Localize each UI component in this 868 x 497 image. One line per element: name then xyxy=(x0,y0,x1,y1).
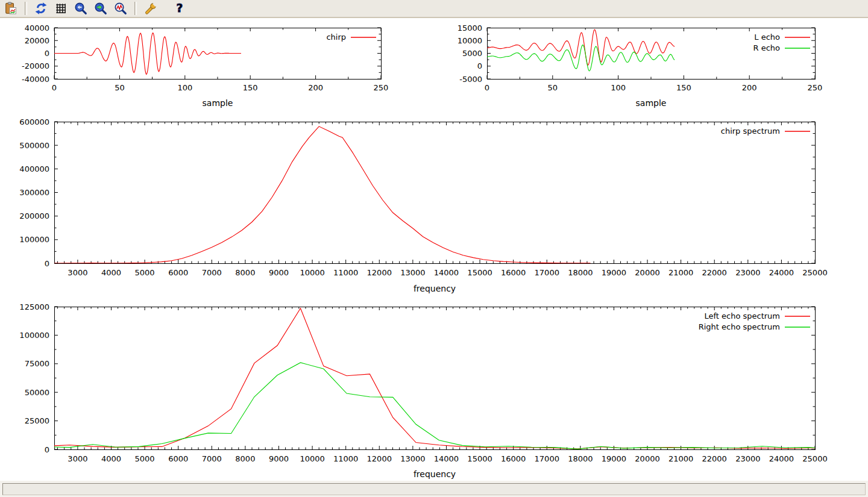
svg-text:50: 50 xyxy=(115,83,125,92)
svg-text:0: 0 xyxy=(52,83,57,92)
toggle-grid-button[interactable] xyxy=(53,1,69,16)
svg-text:0: 0 xyxy=(477,61,482,70)
svg-text:14000: 14000 xyxy=(434,454,459,463)
svg-text:200: 200 xyxy=(308,83,323,92)
svg-text:4000: 4000 xyxy=(101,268,121,277)
svg-text:chirp: chirp xyxy=(326,33,346,42)
chart-chirp-spectrum[interactable]: 3000400050006000700080009000100001100012… xyxy=(19,117,827,294)
svg-text:20000: 20000 xyxy=(635,268,659,277)
svg-text:250: 250 xyxy=(808,83,823,92)
svg-text:17000: 17000 xyxy=(535,268,559,277)
svg-text:18000: 18000 xyxy=(568,268,593,277)
svg-text:3000: 3000 xyxy=(68,454,87,463)
svg-text:sample: sample xyxy=(203,98,233,108)
svg-text:8000: 8000 xyxy=(235,454,255,463)
legend: chirp xyxy=(326,33,376,42)
svg-text:0: 0 xyxy=(485,83,489,92)
legend: Left echo spectrumRight echo spectrum xyxy=(699,311,810,331)
svg-text:17000: 17000 xyxy=(535,454,559,463)
series-chirp xyxy=(54,33,241,75)
svg-text:frequency: frequency xyxy=(414,469,456,479)
svg-text:8000: 8000 xyxy=(235,268,255,277)
legend: L echoR echo xyxy=(753,33,810,52)
svg-text:22000: 22000 xyxy=(702,454,727,463)
x-axis-label: frequency xyxy=(414,469,456,479)
svg-text:12000: 12000 xyxy=(367,454,392,463)
svg-text:24000: 24000 xyxy=(769,268,794,277)
chart-chirp-signal[interactable]: 050100150200250-40000-2000002000040000sa… xyxy=(22,23,388,108)
svg-text:150: 150 xyxy=(676,83,691,92)
svg-text:100000: 100000 xyxy=(19,331,49,340)
svg-text:200000: 200000 xyxy=(19,211,49,220)
svg-text:19000: 19000 xyxy=(602,268,626,277)
autoscale-button[interactable] xyxy=(113,1,128,16)
svg-text:25000: 25000 xyxy=(802,268,827,277)
svg-text:6000: 6000 xyxy=(168,268,188,277)
svg-text:sample: sample xyxy=(636,98,667,108)
svg-text:75000: 75000 xyxy=(25,359,49,368)
svg-text:13000: 13000 xyxy=(400,268,425,277)
svg-text:0: 0 xyxy=(45,49,49,58)
svg-text:50: 50 xyxy=(548,83,558,92)
svg-text:19000: 19000 xyxy=(602,454,626,463)
svg-text:10000: 10000 xyxy=(300,268,324,277)
svg-text:9000: 9000 xyxy=(269,268,289,277)
svg-text:125000: 125000 xyxy=(19,302,49,311)
svg-text:100000: 100000 xyxy=(19,235,49,244)
replot-button[interactable] xyxy=(33,1,49,16)
svg-text:0: 0 xyxy=(45,259,49,268)
help-icon: ? xyxy=(173,2,186,15)
help-button[interactable]: ? xyxy=(172,1,187,16)
svg-text:12000: 12000 xyxy=(367,268,392,277)
svg-text:11000: 11000 xyxy=(333,268,358,277)
svg-text:600000: 600000 xyxy=(19,117,49,127)
chart-echo-spectra[interactable]: 3000400050006000700080009000100001100012… xyxy=(19,302,827,480)
svg-text:7000: 7000 xyxy=(202,454,222,463)
zoom-next-button[interactable] xyxy=(93,1,108,16)
svg-text:-40000: -40000 xyxy=(22,75,49,84)
svg-text:5000: 5000 xyxy=(135,454,155,463)
zoom-previous-button[interactable] xyxy=(73,1,89,16)
svg-text:-5000: -5000 xyxy=(459,75,482,84)
zoom-reset-icon xyxy=(114,2,127,15)
svg-text:Left echo spectrum: Left echo spectrum xyxy=(704,311,780,320)
plot-canvas[interactable]: 050100150200250-40000-2000002000040000sa… xyxy=(0,0,868,482)
svg-text:-20000: -20000 xyxy=(22,61,49,70)
svg-text:R echo: R echo xyxy=(753,43,780,52)
legend: chirp spectrum xyxy=(721,127,810,136)
svg-text:9000: 9000 xyxy=(269,454,289,463)
svg-text:18000: 18000 xyxy=(568,454,593,463)
svg-text:500000: 500000 xyxy=(19,141,49,150)
svg-text:150: 150 xyxy=(243,83,258,92)
wrench-icon xyxy=(144,2,157,15)
series-group xyxy=(487,30,675,71)
svg-text:chirp spectrum: chirp spectrum xyxy=(721,127,780,136)
toolbar-separator xyxy=(134,2,137,15)
plots-svg: 050100150200250-40000-2000002000040000sa… xyxy=(0,0,868,482)
svg-text:21000: 21000 xyxy=(668,454,693,463)
copy-to-clipboard-button[interactable] xyxy=(3,1,19,16)
svg-text:100: 100 xyxy=(611,83,626,92)
svg-text:L echo: L echo xyxy=(754,33,780,42)
svg-text:300000: 300000 xyxy=(19,188,49,197)
svg-text:15000: 15000 xyxy=(467,268,492,277)
svg-text:22000: 22000 xyxy=(702,268,727,277)
svg-text:10000: 10000 xyxy=(300,454,324,463)
refresh-icon xyxy=(34,2,48,15)
configure-button[interactable] xyxy=(143,1,159,16)
series-r-echo xyxy=(487,45,675,71)
svg-text:13000: 13000 xyxy=(400,454,425,463)
svg-text:20000: 20000 xyxy=(635,454,659,463)
svg-text:frequency: frequency xyxy=(414,284,456,293)
svg-text:16000: 16000 xyxy=(501,454,526,463)
status-bar xyxy=(2,483,866,495)
series-right-echo-spectrum xyxy=(54,363,815,449)
zoom-previous-icon xyxy=(74,2,87,15)
grid-icon xyxy=(54,2,68,15)
chart-echo-signals[interactable]: 050100150200250-5000050001000015000sampl… xyxy=(458,23,823,108)
tick-labels: 3000400050006000700080009000100001100012… xyxy=(19,117,827,278)
svg-text:25000: 25000 xyxy=(802,454,827,463)
svg-text:40000: 40000 xyxy=(25,23,49,33)
svg-text:4000: 4000 xyxy=(101,454,121,463)
svg-text:10000: 10000 xyxy=(458,36,482,45)
